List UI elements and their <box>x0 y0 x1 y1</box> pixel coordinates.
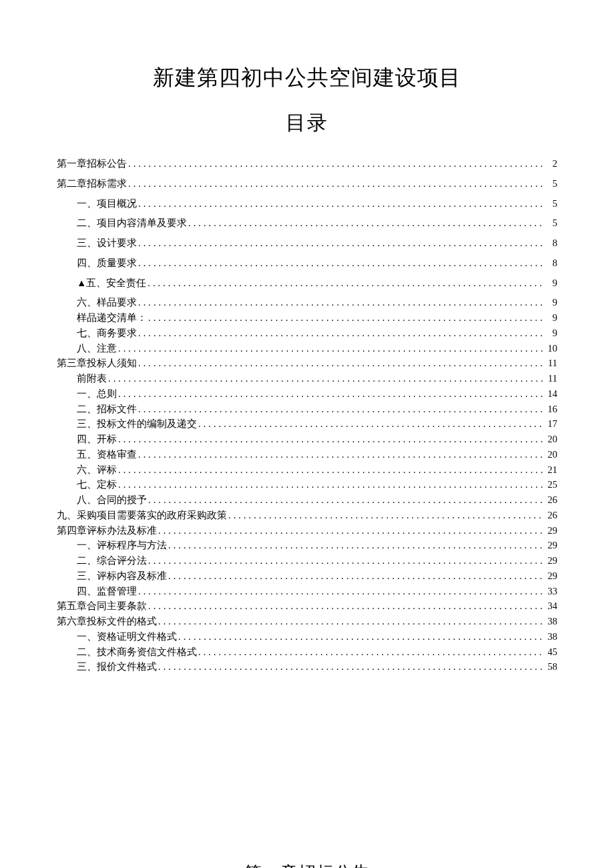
toc-entry-label: 三、报价文件格式 <box>77 660 157 675</box>
toc-leader-dots <box>148 599 544 614</box>
toc-leader-dots <box>198 417 544 432</box>
toc-entry-label: 四、开标 <box>77 432 117 447</box>
toc-entry: 一、总则14 <box>77 387 557 402</box>
toc-leader-dots <box>118 387 544 402</box>
toc-leader-dots <box>147 276 544 291</box>
toc-entry-page: 33 <box>545 584 557 599</box>
toc-entry-page: 11 <box>545 356 557 371</box>
chapter-1-heading: 第一章招标公告 <box>57 861 557 868</box>
toc-entry: 四、监督管理33 <box>77 584 557 599</box>
toc-entry: 五、资格审查20 <box>77 448 557 462</box>
toc-entry-page: 16 <box>545 402 557 417</box>
toc-entry-label: 四、监督管理 <box>77 584 137 599</box>
toc-entry-label: 六、样品要求 <box>77 296 137 310</box>
toc-entry-page: 2 <box>545 157 557 171</box>
toc-entry: 一、评标程序与方法29 <box>77 538 557 553</box>
toc-entry-label: 第二章招标需求 <box>57 177 127 191</box>
toc-entry-page: 29 <box>545 569 557 584</box>
toc-entry-label: 一、资格证明文件格式 <box>77 630 177 644</box>
table-of-contents: 第一章招标公告2第二章招标需求5一、项目概况5二、项目内容清单及要求5三、设计要… <box>57 157 557 675</box>
toc-leader-dots <box>118 432 544 447</box>
toc-leader-dots <box>118 463 544 478</box>
toc-leader-dots <box>198 645 544 660</box>
toc-entry: 第三章投标人须知11 <box>57 356 557 371</box>
toc-entry: 一、资格证明文件格式38 <box>77 630 557 644</box>
toc-entry-page: 26 <box>545 493 557 508</box>
toc-entry: 二、项目内容清单及要求5 <box>77 216 557 231</box>
toc-entry-page: 9 <box>545 326 557 341</box>
toc-leader-dots <box>128 177 544 191</box>
toc-entry: 六、评标21 <box>77 463 557 478</box>
toc-entry-page: 5 <box>545 216 557 231</box>
toc-leader-dots <box>138 448 544 462</box>
toc-entry-label: 第六章投标文件的格式 <box>57 614 157 629</box>
toc-entry: 八、注意10 <box>77 342 557 356</box>
toc-entry-label: 二、技术商务资信文件格式 <box>77 645 197 660</box>
toc-entry-label: 五、资格审查 <box>77 448 137 462</box>
toc-leader-dots <box>158 660 544 675</box>
toc-entry: 二、招标文件16 <box>77 402 557 417</box>
toc-entry-page: 29 <box>545 538 557 553</box>
toc-entry-page: 38 <box>545 630 557 644</box>
toc-entry: 一、项目概况5 <box>77 197 557 211</box>
toc-entry-page: 21 <box>545 463 557 478</box>
toc-entry: 二、综合评分法29 <box>77 554 557 568</box>
toc-leader-dots <box>118 342 544 356</box>
toc-leader-dots <box>138 584 544 599</box>
toc-entry-label: 第一章招标公告 <box>57 157 127 171</box>
toc-leader-dots <box>118 478 544 492</box>
toc-entry-label: 三、设计要求 <box>77 236 137 251</box>
toc-entry-page: 11 <box>545 372 557 386</box>
toc-leader-dots <box>178 630 544 644</box>
toc-entry-label: 七、商务要求 <box>77 326 137 341</box>
toc-entry-label: 八、合同的授予 <box>77 493 147 508</box>
toc-entry-page: 17 <box>545 417 557 432</box>
toc-entry: 六、样品要求9 <box>77 296 557 310</box>
toc-entry-label: 二、项目内容清单及要求 <box>77 216 187 231</box>
toc-entry-page: 8 <box>545 256 557 271</box>
toc-entry: 四、开标20 <box>77 432 557 447</box>
toc-heading: 目录 <box>57 109 557 137</box>
toc-leader-dots <box>128 157 544 171</box>
toc-entry: 第二章招标需求5 <box>57 177 557 191</box>
toc-entry: 三、评标内容及标准29 <box>77 569 557 584</box>
toc-entry-label: 样品递交清单： <box>77 311 147 326</box>
toc-leader-dots <box>108 372 544 386</box>
toc-entry-label: ▲五、安全责任 <box>77 276 146 291</box>
toc-entry-page: 9 <box>545 276 557 291</box>
toc-entry-label: 第五章合同主要条款 <box>57 599 147 614</box>
toc-entry-label: 第四章评标办法及标准 <box>57 524 157 538</box>
toc-entry-label: 三、评标内容及标准 <box>77 569 167 584</box>
toc-leader-dots <box>168 538 544 553</box>
toc-entry: 第一章招标公告2 <box>57 157 557 171</box>
toc-entry-label: 一、评标程序与方法 <box>77 538 167 553</box>
toc-entry: 三、投标文件的编制及递交17 <box>77 417 557 432</box>
toc-entry: 七、定标25 <box>77 478 557 492</box>
toc-entry-page: 9 <box>545 296 557 310</box>
toc-entry-page: 34 <box>545 599 557 614</box>
toc-entry: 前附表11 <box>77 372 557 386</box>
toc-leader-dots <box>138 197 544 211</box>
toc-leader-dots <box>228 508 544 523</box>
toc-leader-dots <box>138 296 544 310</box>
toc-entry: 第四章评标办法及标准29 <box>57 524 557 538</box>
toc-entry-page: 29 <box>545 554 557 568</box>
toc-entry-page: 8 <box>545 236 557 251</box>
toc-leader-dots <box>158 614 544 629</box>
toc-leader-dots <box>158 524 544 538</box>
toc-entry-page: 5 <box>545 177 557 191</box>
toc-entry: 八、合同的授予26 <box>77 493 557 508</box>
toc-entry: 第五章合同主要条款34 <box>57 599 557 614</box>
toc-leader-dots <box>148 554 544 568</box>
toc-leader-dots <box>138 256 544 271</box>
toc-entry-label: 九、采购项目需要落实的政府采购政策 <box>57 508 227 523</box>
toc-entry: 三、报价文件格式58 <box>77 660 557 675</box>
toc-leader-dots <box>138 236 544 251</box>
toc-entry-page: 5 <box>545 197 557 211</box>
toc-entry-label: 一、总则 <box>77 387 117 402</box>
toc-entry-page: 9 <box>545 311 557 326</box>
toc-leader-dots <box>148 311 544 326</box>
toc-entry-page: 29 <box>545 524 557 538</box>
toc-entry-label: 前附表 <box>77 372 107 386</box>
toc-entry-label: 七、定标 <box>77 478 117 492</box>
